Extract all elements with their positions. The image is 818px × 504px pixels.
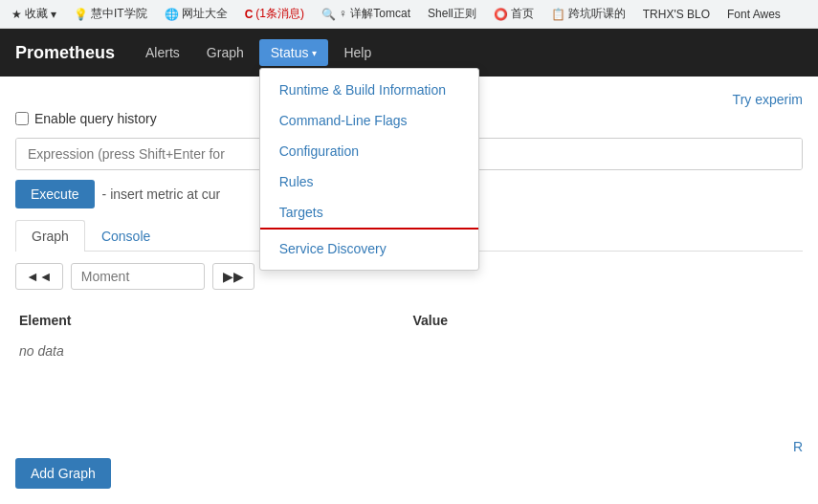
no-data-text: no data: [15, 336, 803, 366]
nav-graph[interactable]: Graph: [195, 39, 255, 66]
dropdown-service-discovery[interactable]: Service Discovery: [260, 233, 478, 264]
try-experiment-link[interactable]: Try experim: [733, 92, 803, 107]
bookmark-c[interactable]: C (1条消息): [241, 4, 308, 24]
huizhong-icon: 💡: [74, 8, 88, 21]
globe-icon: 🌐: [165, 8, 179, 21]
nav-alerts[interactable]: Alerts: [134, 39, 191, 66]
bookmark-huizhong[interactable]: 💡 慧中IT学院: [70, 4, 151, 24]
nav-help[interactable]: Help: [332, 39, 383, 66]
r-link[interactable]: R: [793, 439, 803, 454]
nav-status-label: Status: [271, 45, 309, 60]
nav-status-dropdown: Status ▾ Runtime & Build Information Com…: [259, 39, 329, 66]
metric-hint: - insert metric at cur: [102, 186, 221, 202]
data-table: Element Value no data: [15, 305, 803, 366]
moment-input[interactable]: [71, 263, 205, 290]
nav-links: Alerts Graph Status ▾ Runtime & Build In…: [134, 39, 383, 66]
col-header-value: Value: [409, 305, 804, 336]
bookmark-tomcat[interactable]: 🔍 ♀ 详解Tomcat: [318, 4, 414, 24]
bookmark-favorites[interactable]: ★ 收藏 ▾: [8, 4, 60, 24]
bookmark-trhx[interactable]: TRHX'S BLO: [639, 6, 714, 23]
nav-status-button[interactable]: Status ▾: [259, 39, 329, 66]
star-icon: ★: [11, 8, 22, 21]
brand-logo[interactable]: Prometheus: [15, 43, 115, 63]
query-history-text: Enable query history: [34, 111, 157, 126]
query-history-checkbox[interactable]: [15, 112, 29, 125]
bookmarks-bar: ★ 收藏 ▾ 💡 慧中IT学院 🌐 网址大全 C (1条消息) 🔍 ♀ 详解To…: [0, 0, 818, 29]
tab-graph[interactable]: Graph: [15, 220, 85, 252]
bookmark-wangzhi[interactable]: 🌐 网址大全: [161, 4, 232, 24]
bookmark-fontawes[interactable]: Font Awes: [723, 6, 785, 23]
time-forward-button[interactable]: ▶▶: [212, 263, 254, 290]
table-row-no-data: no data: [15, 336, 803, 366]
bookmark-shell[interactable]: Shell正则: [424, 4, 480, 24]
chevron-down-icon: ▾: [312, 48, 317, 58]
dropdown-runtime[interactable]: Runtime & Build Information: [260, 75, 478, 105]
dropdown-rules[interactable]: Rules: [260, 166, 478, 197]
col-header-element: Element: [15, 305, 409, 336]
tab-console[interactable]: Console: [85, 220, 166, 252]
bookmark-home[interactable]: ⭕ 首页: [490, 4, 538, 24]
dropdown-targets[interactable]: Targets: [260, 197, 478, 230]
add-graph-button[interactable]: Add Graph: [15, 458, 111, 489]
execute-button[interactable]: Execute: [15, 180, 95, 208]
add-graph-section: Add Graph: [15, 458, 111, 489]
dropdown-cmdline[interactable]: Command-Line Flags: [260, 105, 478, 136]
bookmark-tingke[interactable]: 📋 跨坑听课的: [547, 4, 630, 24]
navbar: Prometheus Alerts Graph Status ▾ Runtime…: [0, 29, 818, 77]
query-history-label[interactable]: Enable query history: [15, 111, 157, 126]
status-dropdown-menu: Runtime & Build Information Command-Line…: [259, 68, 479, 271]
time-back-button[interactable]: ◄◄: [15, 263, 63, 290]
dropdown-configuration[interactable]: Configuration: [260, 136, 478, 166]
